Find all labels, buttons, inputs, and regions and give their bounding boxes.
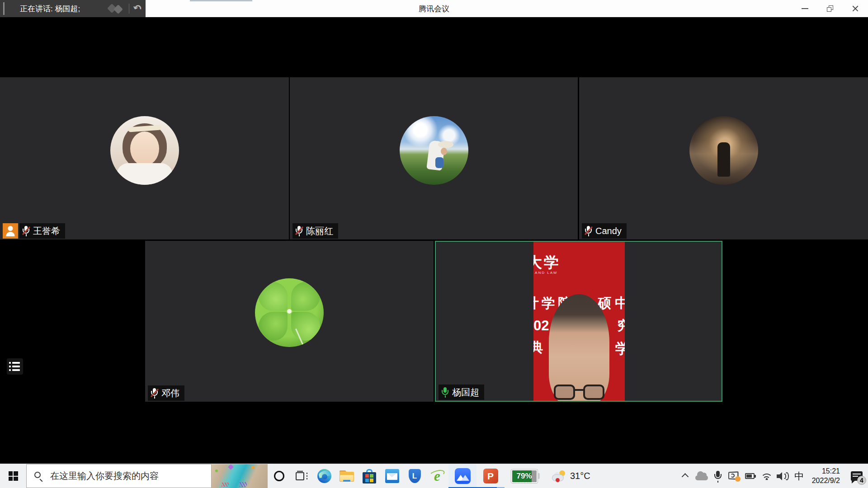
- clock-time: 15:21: [822, 467, 840, 476]
- wifi-icon: [760, 472, 773, 481]
- active-mic-icon: [441, 387, 449, 398]
- onedrive-tray-button[interactable]: [693, 464, 710, 488]
- avatar-chenlihong: [400, 116, 468, 185]
- avatar-dengwei-clover: [255, 278, 324, 347]
- avatar-wangyuxi: [110, 116, 179, 185]
- minimize-button[interactable]: [792, 0, 817, 17]
- muted-mic-icon: [22, 225, 30, 236]
- avatar-figure: [717, 142, 730, 177]
- clover-leaf: [259, 312, 288, 341]
- cortana-icon: [274, 471, 284, 481]
- search-input[interactable]: [50, 471, 204, 481]
- powerpoint-taskbar-button[interactable]: P: [476, 464, 505, 488]
- store-icon: [363, 469, 376, 483]
- backdrop-text: 典: [533, 338, 543, 357]
- tray-expand-button[interactable]: [677, 464, 693, 488]
- mail-button[interactable]: [381, 464, 403, 488]
- participant-tile-dengwei[interactable]: 邓伟: [145, 241, 434, 402]
- name-tag: 邓伟: [148, 385, 184, 401]
- close-button[interactable]: [843, 0, 868, 17]
- name-tag: 杨国超: [439, 385, 484, 400]
- undo-arrow-icon[interactable]: ↶: [132, 3, 142, 15]
- restore-icon: [827, 5, 833, 12]
- backdrop-text: 02: [533, 318, 549, 334]
- battery-tray-button[interactable]: [742, 464, 759, 488]
- participant-tile-candy[interactable]: Candy: [579, 77, 868, 239]
- powerpoint-icon: P: [483, 469, 498, 483]
- system-tray: 中 15:21 2022/9/2 4: [677, 464, 868, 488]
- banner-divider: [129, 4, 129, 14]
- window-controls: [792, 0, 868, 17]
- banner-tools: ↶: [107, 0, 141, 17]
- muted-mic-icon: [295, 225, 303, 236]
- participant-name: 邓伟: [161, 387, 179, 399]
- live-video-feed: 大学 S AND LAW 计学院 硕中 02 究 典 学: [533, 242, 625, 401]
- background-window-edge: [190, 0, 252, 1]
- clover-leaf: [291, 282, 320, 311]
- participant-name: 陈丽红: [306, 225, 333, 237]
- file-explorer-button[interactable]: [335, 464, 358, 488]
- clover-leaf: [291, 312, 320, 341]
- restore-button[interactable]: [817, 0, 843, 17]
- muted-mic-icon: [151, 388, 158, 399]
- cortana-button[interactable]: [268, 464, 290, 488]
- clock-date: 2022/9/2: [812, 476, 840, 486]
- name-tag: Candy: [582, 223, 627, 239]
- edge-icon: [317, 469, 331, 483]
- browser-360-button[interactable]: e: [426, 464, 448, 488]
- speaker-head: [549, 294, 609, 401]
- participant-tile-wangyuxi[interactable]: 王誉希: [0, 77, 289, 239]
- clover-center: [287, 309, 292, 314]
- edge-browser-button[interactable]: [313, 464, 335, 488]
- clover-leaf: [259, 282, 288, 311]
- browser-e-icon: e: [430, 469, 444, 483]
- tencent-meeting-window: 腾讯会议 正在讲话: 杨国超; ↶: [0, 0, 868, 488]
- participant-name: 杨国超: [452, 386, 479, 399]
- participant-tile-chenlihong[interactable]: 陈丽红: [290, 77, 578, 239]
- windows-taskbar: L e P 79%: [0, 464, 868, 488]
- backdrop-text: 大学: [533, 253, 561, 273]
- glasses: [554, 385, 604, 401]
- name-tag: 陈丽红: [292, 223, 338, 239]
- video-grid: 王誉希 陈丽红: [0, 17, 868, 464]
- windows-logo-icon: [9, 471, 18, 481]
- ime-indicator[interactable]: 中: [791, 464, 807, 488]
- weather-temperature: 31°C: [570, 471, 590, 481]
- battery-widget[interactable]: 79%: [505, 464, 546, 488]
- banner-accent-line: [3, 2, 5, 15]
- volume-tray-button[interactable]: [775, 464, 791, 488]
- tencent-meeting-taskbar-button[interactable]: [448, 464, 476, 488]
- news-and-interests-button[interactable]: 31°C: [546, 464, 597, 488]
- annotation-tools-icon[interactable]: [107, 3, 125, 14]
- notification-count-badge: 4: [857, 476, 866, 485]
- news-widget-thumbnail[interactable]: [212, 464, 268, 488]
- speaking-banner-text: 正在讲话: 杨国超;: [20, 4, 80, 14]
- avatar-candy: [689, 116, 758, 185]
- taskbar-search-box[interactable]: [26, 464, 212, 488]
- mail-icon: [385, 469, 399, 483]
- close-icon: [852, 5, 859, 12]
- task-view-icon: [296, 472, 307, 480]
- participant-list-button[interactable]: [7, 358, 23, 375]
- participant-tile-yangguochao-active[interactable]: 大学 S AND LAW 计学院 硕中 02 究 典 学: [435, 241, 722, 402]
- sparkle-icon: [228, 464, 234, 470]
- screen-share-tray-button[interactable]: [726, 464, 742, 488]
- taskbar-clock[interactable]: 15:21 2022/9/2: [807, 464, 845, 488]
- name-tag: 王誉希: [3, 223, 65, 239]
- avatar-face: [441, 148, 447, 155]
- ime-label: 中: [794, 470, 804, 483]
- battery-icon: [745, 473, 756, 479]
- wifi-tray-button[interactable]: [759, 464, 775, 488]
- microsoft-store-button[interactable]: [358, 464, 381, 488]
- lenovo-app-button[interactable]: L: [403, 464, 426, 488]
- status-dot: [735, 476, 741, 482]
- task-view-button[interactable]: [290, 464, 313, 488]
- start-button[interactable]: [0, 464, 26, 488]
- minimize-icon: [802, 8, 808, 9]
- speaking-banner: 正在讲话: 杨国超; ↶: [0, 0, 146, 17]
- screen-sync-icon: [728, 471, 741, 482]
- file-explorer-icon: [340, 470, 354, 482]
- action-center-button[interactable]: 4: [845, 464, 868, 488]
- avatar-scarf: [435, 157, 443, 168]
- microphone-tray-button[interactable]: [710, 464, 726, 488]
